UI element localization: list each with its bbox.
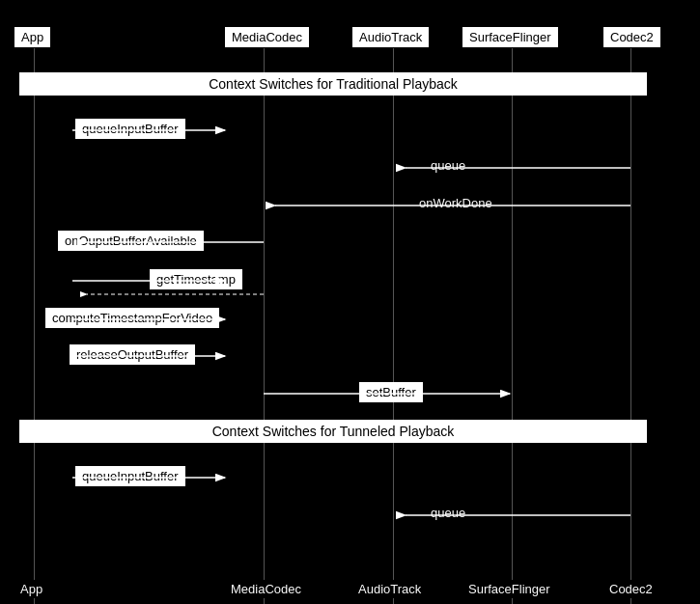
app-bottom-label: App [14, 580, 48, 598]
audiotrack-top-label: AudioTrack [352, 27, 429, 47]
tunneled-section-bar: Context Switches for Tunneled Playback [19, 420, 647, 443]
mediacodec-top-label: MediaCodec [225, 27, 309, 47]
codec2-top-label: Codec2 [603, 27, 660, 47]
surfaceflinger-top-label: SurfaceFlinger [462, 27, 558, 47]
traditional-section-bar: Context Switches for Traditional Playbac… [19, 72, 647, 96]
queueInputBuffer-2-label: queueInputBuffer [75, 466, 185, 486]
queue-2-label: queue [425, 504, 471, 522]
getTimestamp-label: getTimestamp [150, 269, 242, 289]
mediacodec-bottom-label: MediaCodec [225, 580, 307, 598]
lifeline-app [34, 48, 35, 604]
releaseOutputBuffer-label: releaseOutputBuffer [70, 344, 195, 365]
lifeline-mediacodec [264, 48, 265, 604]
diagram: App MediaCodec AudioTrack SurfaceFlinger… [0, 0, 700, 604]
lifeline-codec2 [630, 48, 631, 604]
codec2-bottom-label: Codec2 [603, 580, 658, 598]
queue-1-label: queue [425, 156, 471, 175]
audiotrack-bottom-label: AudioTrack [352, 580, 427, 598]
setBuffer-label: setBuffer [359, 382, 423, 402]
lifeline-surfaceflinger [512, 48, 513, 604]
onOuputBufferAvailable-label: onOuputBufferAvailable [58, 231, 204, 251]
app-top-label: App [14, 27, 50, 47]
surfaceflinger-bottom-label: SurfaceFlinger [462, 580, 556, 598]
queueInputBuffer-1-label: queueInputBuffer [75, 119, 185, 139]
lifeline-audiotrack [393, 48, 394, 604]
onWorkDone-label: onWorkDone [413, 194, 498, 212]
computeTimestampForVideo-label: computeTimestampForVideo [45, 308, 219, 328]
